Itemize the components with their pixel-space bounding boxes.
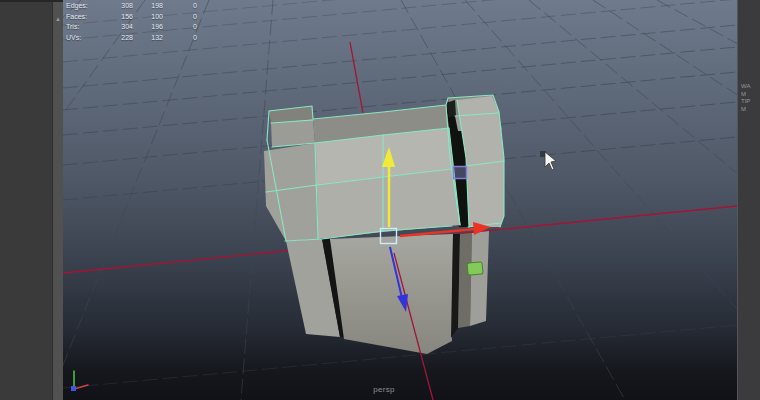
- hud-tris-label: Tris:: [66, 22, 110, 33]
- hud-edges-total: 308: [110, 1, 133, 12]
- viewport-canvas: [63, 0, 737, 400]
- hud-faces-other: 0: [163, 12, 197, 23]
- gizmo-z-axis: [71, 386, 76, 391]
- green-square-handle[interactable]: [467, 262, 483, 276]
- left-panel: ▲: [0, 0, 63, 400]
- hud-edges-selected: 198: [133, 1, 163, 12]
- model-left-post-front: [271, 119, 315, 147]
- right-panel: WA M TIP M: [737, 0, 760, 400]
- hud-uvs-selected: 132: [133, 33, 163, 44]
- hud-row-faces: Faces: 156 100 0: [66, 12, 197, 23]
- hud-tris-other: 0: [163, 22, 197, 33]
- view-axis-gizmo: [71, 371, 88, 391]
- model-right-leg-front: [470, 231, 489, 326]
- hud-uvs-label: UVs:: [66, 33, 110, 44]
- hud-row-edges: Edges: 308 198 0: [66, 1, 197, 12]
- model-chest[interactable]: [264, 95, 504, 354]
- hud-row-tris: Tris: 304 196 0: [66, 22, 197, 33]
- hud-faces-total: 156: [110, 12, 133, 23]
- hud-edges-other: 0: [163, 1, 197, 12]
- grid-z-axis-line-upper: [350, 42, 363, 113]
- hud-uvs-total: 228: [110, 33, 133, 44]
- right-panel-text-line: M: [741, 91, 760, 99]
- application-window: Edges: 308 198 0 Faces: 156 100 0 Tris: …: [0, 0, 760, 400]
- hud-row-uvs: UVs: 228 132 0: [66, 33, 197, 44]
- hud-faces-label: Faces:: [66, 12, 110, 23]
- model-right-leg-shadow: [458, 233, 472, 328]
- right-panel-text-line: TIP: [741, 98, 760, 106]
- right-panel-text-line: WA: [741, 83, 760, 91]
- hud-edges-label: Edges:: [66, 1, 110, 12]
- poly-count-hud: Edges: 308 198 0 Faces: 156 100 0 Tris: …: [66, 1, 197, 43]
- scrollbar-up-arrow-icon[interactable]: ▲: [53, 2, 63, 24]
- camera-label: persp: [364, 385, 404, 394]
- hud-tris-total: 304: [110, 22, 133, 33]
- hud-tris-selected: 196: [133, 22, 163, 33]
- 3d-viewport[interactable]: Edges: 308 198 0 Faces: 156 100 0 Tris: …: [63, 0, 737, 400]
- purple-square-handle[interactable]: [454, 167, 467, 179]
- hud-faces-selected: 100: [133, 12, 163, 23]
- right-panel-text-line: M: [741, 106, 760, 114]
- left-panel-scrollbar[interactable]: ▲: [52, 2, 63, 400]
- hud-uvs-other: 0: [163, 33, 197, 44]
- model-left-facet: [264, 143, 318, 241]
